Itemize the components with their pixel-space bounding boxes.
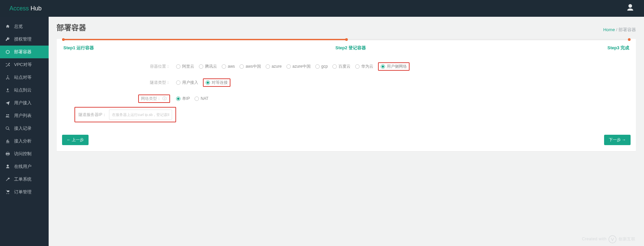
radio-location-azure中国[interactable]: azure中国	[286, 64, 311, 69]
wizard-step2-label: Step2 登记容器	[335, 45, 366, 51]
sidebar-item-sitemap[interactable]: 站点对等	[0, 71, 49, 84]
topbar: Access Hub	[0, 0, 644, 17]
plane-icon	[5, 101, 10, 105]
cart-icon	[5, 190, 10, 194]
radio-location-阿里云[interactable]: 阿里云	[176, 64, 194, 69]
input-tunnel-ip[interactable]	[109, 110, 172, 120]
label-network-type: 网络类型： ⓘ:	[62, 95, 176, 103]
sidebar-item-label: 用户接入	[14, 100, 32, 106]
users-icon	[5, 113, 10, 118]
sidebar-item-key[interactable]: 授权管理	[0, 33, 49, 46]
row-container-location: 容器位置： 阿里云腾讯云awsaws中国azureazure中国gcp百度云华为…	[62, 58, 631, 74]
wrench-icon	[5, 177, 10, 182]
next-button[interactable]: 下一步 →	[604, 135, 631, 145]
breadcrumb: Home / 部署容器	[603, 27, 636, 33]
sidebar-item-label: 在线用户	[14, 164, 32, 170]
brand-plain: Hub	[29, 5, 42, 12]
globe-icon	[5, 151, 10, 156]
wizard-actions: ← 上一步 下一步 →	[62, 135, 631, 145]
sidebar-item-wrench[interactable]: 工单系统	[0, 173, 49, 186]
sidebar-item-label: 总览	[14, 23, 23, 29]
radio-location-腾讯云[interactable]: 腾讯云	[199, 64, 217, 69]
wizard-step3-label: Step3 完成	[607, 45, 629, 51]
upload-icon	[5, 88, 10, 93]
svg-point-0	[609, 236, 616, 243]
sidebar-item-upload[interactable]: 站点到云	[0, 84, 49, 97]
sidebar-item-plane[interactable]: 用户接入	[0, 97, 49, 109]
label-tunnel-type: 隧道类型：	[62, 80, 176, 85]
wizard-step1-label: Step1 运行容器	[63, 45, 94, 51]
sidebar-item-label: VPC对等	[14, 62, 32, 68]
wizard-card: Step1 运行容器 Step2 登记容器 Step3 完成 容器位置： 阿里云…	[57, 39, 636, 151]
sidebar-item-label: 用户列表	[14, 113, 32, 119]
sidebar-item-label: 接入分析	[14, 138, 32, 144]
breadcrumb-home[interactable]: Home	[603, 27, 615, 32]
breadcrumb-sep: /	[616, 27, 618, 32]
options-container-location: 阿里云腾讯云awsaws中国azureazure中国gcp百度云华为云用户侧网络	[176, 62, 631, 71]
sidebar-item-users[interactable]: 用户列表	[0, 109, 49, 122]
sidebar-item-cube[interactable]: 部署容器	[0, 46, 49, 58]
radio-tunnel-type-用户接入[interactable]: 用户接入	[176, 80, 198, 85]
options-tunnel-type: 用户接入对等连接	[176, 78, 631, 87]
page-header: 部署容器 Home / 部署容器	[57, 23, 636, 33]
sidebar-item-chart[interactable]: 接入分析	[0, 135, 49, 147]
sidebar-item-label: 接入记录	[14, 125, 32, 131]
sidebar-item-label: 站点到云	[14, 87, 32, 93]
row-tunnel-ip: 隧道服务器IP：	[62, 107, 631, 123]
radio-location-用户侧网络[interactable]: 用户侧网络	[381, 64, 407, 69]
sidebar-item-label: 工单系统	[14, 176, 32, 182]
options-network-type: 单IPNAT	[176, 96, 631, 102]
main-content: 部署容器 Home / 部署容器 Step1 运行容器 Step2 登记容器 S…	[49, 17, 644, 246]
watermark: Created with 创新互联	[582, 235, 635, 243]
sidebar-item-label: 订单管理	[14, 189, 32, 195]
brand-accent: Access	[9, 5, 29, 12]
page-title: 部署容器	[57, 23, 86, 33]
sidebar-item-label: 授权管理	[14, 36, 32, 42]
row-tunnel-type: 隧道类型： 用户接入对等连接	[62, 74, 631, 90]
label-container-location: 容器位置：	[62, 64, 176, 69]
radio-location-aws[interactable]: aws	[222, 64, 235, 69]
random-icon	[5, 62, 10, 67]
profile-icon[interactable]	[626, 3, 635, 13]
row-network-type: 网络类型： ⓘ: 单IPNAT	[62, 90, 631, 107]
chart-icon	[5, 139, 10, 143]
radio-network-type-单IP[interactable]: 单IP	[176, 96, 190, 102]
sidebar-item-label: 部署容器	[14, 49, 32, 55]
home-icon	[5, 24, 10, 29]
radio-location-gcp[interactable]: gcp	[315, 64, 328, 69]
wizard-progress	[62, 39, 631, 41]
sidebar-item-label: 站点对等	[14, 74, 32, 80]
label-tunnel-ip: 隧道服务器IP：	[78, 112, 106, 118]
radio-location-aws中国[interactable]: aws中国	[239, 64, 261, 69]
radio-network-type-NAT[interactable]: NAT	[195, 96, 208, 101]
radio-location-百度云[interactable]: 百度云	[332, 64, 351, 69]
sidebar-item-cart[interactable]: 订单管理	[0, 186, 49, 198]
breadcrumb-current: 部署容器	[619, 27, 636, 32]
sidebar-item-random[interactable]: VPC对等	[0, 58, 49, 71]
sidebar-item-home[interactable]: 总览	[0, 20, 49, 33]
key-icon	[5, 37, 10, 42]
user-icon	[5, 164, 10, 169]
prev-button[interactable]: ← 上一步	[62, 135, 89, 145]
sidebar-item-globe[interactable]: 访问控制	[0, 147, 49, 160]
sidebar: 总览授权管理部署容器VPC对等站点对等站点到云用户接入用户列表接入记录接入分析访…	[0, 17, 49, 246]
radio-location-华为云[interactable]: 华为云	[355, 64, 373, 69]
radio-tunnel-type-对等连接[interactable]: 对等连接	[206, 80, 228, 85]
sitemap-icon	[5, 75, 10, 80]
cube-icon	[5, 50, 10, 54]
wizard-step-labels: Step1 运行容器 Step2 登记容器 Step3 完成	[62, 45, 631, 51]
sidebar-item-label: 访问控制	[14, 151, 32, 157]
search-icon	[5, 126, 10, 131]
radio-location-azure[interactable]: azure	[266, 64, 282, 69]
sidebar-item-search[interactable]: 接入记录	[0, 122, 49, 135]
sidebar-item-user[interactable]: 在线用户	[0, 160, 49, 173]
brand: Access Hub	[9, 5, 42, 12]
